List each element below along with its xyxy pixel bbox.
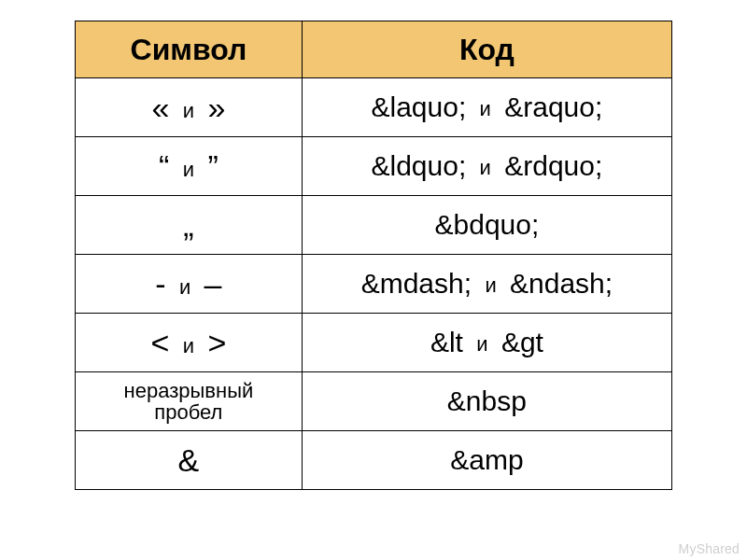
code-cell: &bdquo; [302,196,671,255]
code-cell: &nbsp [302,372,671,431]
symbol-b: » [207,90,225,125]
separator: и [474,156,497,179]
table-row: « и » &laquo; и &raquo; [76,78,672,137]
code-cell: &mdash; и &ndash; [302,255,671,314]
code-b: &raquo; [504,91,602,122]
table-row: „ &bdquo; [76,196,672,255]
header-code: Код [302,21,671,78]
symbol-a: & [178,442,200,478]
watermark: MyShared [679,541,740,556]
code-a: &nbsp [447,385,527,416]
symbol-a: “ [159,148,169,184]
symbol-cell: неразрывныйпробел [76,372,303,431]
code-a: &ldquo; [372,150,467,181]
code-b: &ndash; [510,268,613,299]
code-a: &laquo; [372,91,467,122]
separator: и [177,158,200,181]
code-a: &mdash; [361,268,472,299]
header-row: Символ Код [76,21,672,78]
separator: и [177,99,200,122]
separator: и [474,97,497,120]
code-a: &amp [450,444,523,475]
symbol-b: ” [207,148,218,184]
symbol-cell: « и » [76,78,303,137]
code-cell: &amp [302,431,671,490]
table-row: неразрывныйпробел &nbsp [76,372,672,431]
code-b: &gt [501,327,543,357]
symbol-a: « [151,90,169,125]
code-a: &bdquo; [435,209,540,240]
separator: и [174,275,196,299]
entity-table: Символ Код « и » &laquo; и &raquo; [75,21,672,490]
header-symbol: Символ [76,21,303,78]
symbol-cell: „ [76,196,303,255]
symbol-b: > [207,325,226,360]
code-cell: &lt и &gt [302,314,671,372]
table-row: “ и ” &ldquo; и &rdquo; [76,137,672,196]
symbol-cell: “ и ” [76,137,303,196]
symbol-a: „ [183,207,193,243]
symbol-a: < [151,325,170,360]
separator: и [479,273,501,297]
table-row: < и > &lt и &gt [76,314,672,372]
symbol-cell: & [76,431,303,490]
code-b: &rdquo; [504,150,602,181]
code-a: &lt [430,327,463,357]
symbol-cell: < и > [76,314,303,372]
code-cell: &ldquo; и &rdquo; [302,137,671,196]
table-row: - и – &mdash; и &ndash; [76,255,672,314]
table-row: & &amp [76,431,672,490]
separator: и [177,334,200,357]
html-entities-table: Символ Код « и » &laquo; и &raquo; [75,21,672,490]
symbol-text: неразрывныйпробел [124,379,254,424]
symbol-cell: - и – [76,255,303,314]
code-cell: &laquo; и &raquo; [302,78,671,137]
symbol-b: – [204,266,222,301]
symbol-a: - [155,266,165,301]
separator: и [471,332,493,356]
